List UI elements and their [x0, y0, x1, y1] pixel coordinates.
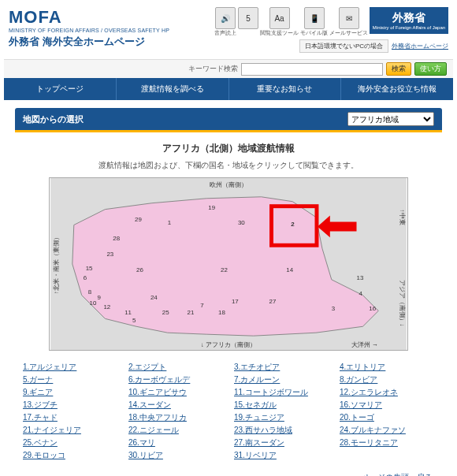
badge-label: メールサービス — [329, 29, 368, 37]
map-label-north: 欧州（南側） — [210, 181, 247, 188]
nav-item[interactable]: 海外安全お役立ち情報 — [341, 78, 453, 100]
search-label: キーワード検索 — [188, 64, 238, 74]
country-link[interactable]: 29.モロッコ — [23, 450, 117, 461]
nav-item[interactable]: トップページ — [4, 78, 117, 100]
badge-label: 閲覧支援ツール — [260, 29, 299, 37]
svg-text:8: 8 — [88, 288, 92, 296]
site-title: 外務省 海外安全ホームページ — [9, 35, 169, 49]
country-link[interactable]: 26.マリ — [128, 437, 223, 448]
svg-text:6: 6 — [84, 274, 87, 281]
country-link[interactable]: 22.ニジェール — [128, 425, 223, 436]
country-link[interactable]: 1.アルジェリア — [23, 362, 117, 373]
svg-text:3: 3 — [332, 305, 336, 312]
country-link[interactable]: 31.リベリア — [234, 450, 329, 461]
tool-badge[interactable]: 📱 — [304, 7, 325, 29]
svg-text:27: 27 — [269, 298, 277, 305]
country-link[interactable]: 8.ガンビア — [340, 374, 434, 385]
map-label-east-bottom: アジア（南側）↓ — [399, 280, 406, 327]
tool-badge[interactable]: Aa — [269, 7, 290, 29]
section-bar: 地図からの選択 アフリカ地域 — [15, 108, 442, 132]
mofa-badge-title: 外務省 — [392, 11, 425, 25]
logo-area: MOFA MINISTRY OF FOREIGN AFFAIRS / OVERS… — [9, 7, 169, 49]
page-top-link[interactable]: ページの先頭へ戻る — [362, 473, 433, 476]
nav-item[interactable]: 渡航情報を調べる — [117, 78, 229, 100]
notice-bar: 日本語環境でないPCの場合 外務省ホームページ — [299, 39, 448, 53]
map-svg: 欧州（南側） ↑北米・南米（東側） ↑中東 アジア（南側）↓ ↓ アフリカ（南側… — [50, 178, 407, 350]
country-link[interactable]: 16.ソマリア — [340, 400, 434, 411]
country-link[interactable]: 28.モーリタニア — [340, 437, 434, 448]
country-link[interactable]: 18.中央アフリカ — [128, 412, 223, 423]
header-right: 🔊音声読上5Aa閲覧支援ツール📱モバイル版✉メールサービス 外務省 Minist… — [214, 7, 448, 53]
usage-button[interactable]: 使い方 — [414, 62, 447, 76]
tool-badge[interactable]: 5 — [238, 7, 258, 29]
tool-badges: 🔊音声読上5Aa閲覧支援ツール📱モバイル版✉メールサービス 外務省 Minist… — [214, 7, 448, 37]
svg-text:9: 9 — [98, 294, 102, 301]
svg-text:13: 13 — [357, 274, 364, 281]
country-link[interactable]: 4.エリトリア — [340, 362, 434, 373]
svg-text:22: 22 — [221, 266, 228, 273]
country-link[interactable]: 9.ギニア — [23, 387, 117, 398]
country-link[interactable]: 23.西サハラ地域 — [234, 425, 329, 436]
search-button[interactable]: 検索 — [386, 62, 411, 76]
badge-label: モバイル版 — [300, 29, 328, 37]
map-label-east-top: ↑中東 — [399, 210, 406, 225]
svg-text:1: 1 — [168, 219, 172, 226]
svg-text:26: 26 — [136, 266, 143, 273]
country-link[interactable]: 20.トーゴ — [340, 412, 434, 423]
map-label-southeast: 大洋州 → — [351, 341, 378, 348]
country-link[interactable]: 30.リビア — [128, 450, 223, 461]
svg-text:18: 18 — [218, 309, 225, 316]
country-link[interactable]: 14.スーダン — [128, 400, 223, 411]
page-top: ページの先頭へ戻る — [15, 469, 442, 476]
country-link[interactable]: 15.セネガル — [234, 400, 329, 411]
region-select[interactable]: アフリカ地域 — [347, 112, 434, 126]
country-grid: 1.アルジェリア5.ガーナ9.ギニア13.ジブチ17.チャド21.ナイジェリア2… — [15, 359, 442, 469]
svg-text:2: 2 — [291, 221, 295, 228]
tool-badge[interactable]: ✉ — [339, 7, 359, 29]
section-desc: 渡航情報は地図および、下欄の国名・地域をクリックして閲覧できます。 — [15, 160, 442, 171]
country-link[interactable]: 7.カメルーン — [234, 374, 329, 385]
nav-item[interactable]: 重要なお知らせ — [229, 78, 342, 100]
svg-text:15: 15 — [86, 265, 93, 272]
svg-text:11: 11 — [124, 309, 132, 316]
country-link[interactable]: 2.エジプト — [128, 362, 223, 373]
country-link[interactable]: 10.ギニアビサウ — [128, 387, 223, 398]
svg-text:23: 23 — [106, 251, 113, 258]
country-link[interactable]: 11.コートジボワール — [234, 387, 329, 398]
svg-text:29: 29 — [135, 216, 142, 223]
tool-badge[interactable]: 🔊 — [215, 7, 236, 29]
country-link[interactable]: 13.ジブチ — [23, 400, 117, 411]
country-link[interactable]: 24.ブルキナファソ — [340, 425, 434, 436]
header: MOFA MINISTRY OF FOREIGN AFFAIRS / OVERS… — [4, 4, 453, 59]
notice-text: 日本語環境でないPCの場合 — [299, 39, 388, 53]
country-column: 2.エジプト6.カーボヴェルデ10.ギニアビサウ14.スーダン18.中央アフリカ… — [128, 362, 223, 461]
africa-map[interactable]: 欧州（南側） ↑北米・南米（東側） ↑中東 アジア（南側）↓ ↓ アフリカ（南側… — [49, 177, 408, 351]
svg-text:16: 16 — [369, 305, 376, 312]
main-nav: トップページ渡航情報を調べる重要なお知らせ海外安全お役立ち情報 — [4, 78, 453, 100]
country-column: 3.エチオピア7.カメルーン11.コートジボワール15.セネガル19.チュニジア… — [234, 362, 329, 461]
logo-text: MOFA — [9, 7, 169, 28]
country-column: 4.エリトリア8.ガンビア12.シエラレオネ16.ソマリア20.トーゴ24.ブル… — [340, 362, 434, 461]
country-link[interactable]: 3.エチオピア — [234, 362, 329, 373]
mofa-badge-sub: Ministry of Foreign Affairs of Japan — [373, 25, 445, 30]
svg-text:14: 14 — [286, 266, 293, 273]
search-input[interactable] — [241, 63, 383, 76]
section-bar-title: 地図からの選択 — [23, 113, 84, 125]
svg-text:30: 30 — [238, 219, 245, 226]
map-label-west: ↑北米・南米（東側） — [53, 234, 60, 294]
country-link[interactable]: 27.南スーダン — [234, 437, 329, 448]
country-link[interactable]: 25.ベナン — [23, 437, 117, 448]
logo-subtext: MINISTRY OF FOREIGN AFFAIRS / OVERSEAS S… — [9, 28, 169, 33]
country-link[interactable]: 12.シエラレオネ — [340, 387, 434, 398]
svg-text:24: 24 — [150, 294, 158, 301]
country-link[interactable]: 5.ガーナ — [23, 374, 117, 385]
svg-text:28: 28 — [113, 235, 120, 242]
country-link[interactable]: 6.カーボヴェルデ — [128, 374, 223, 385]
country-link[interactable]: 21.ナイジェリア — [23, 425, 117, 436]
mofa-badge[interactable]: 外務省 Ministry of Foreign Affairs of Japan — [370, 7, 448, 34]
mofa-homepage-link[interactable]: 外務省ホームページ — [392, 42, 448, 50]
country-link[interactable]: 17.チャド — [23, 412, 117, 423]
country-link[interactable]: 19.チュニジア — [234, 412, 329, 423]
svg-text:4: 4 — [359, 290, 362, 297]
map-label-south: ↓ アフリカ（南側） — [201, 341, 256, 348]
